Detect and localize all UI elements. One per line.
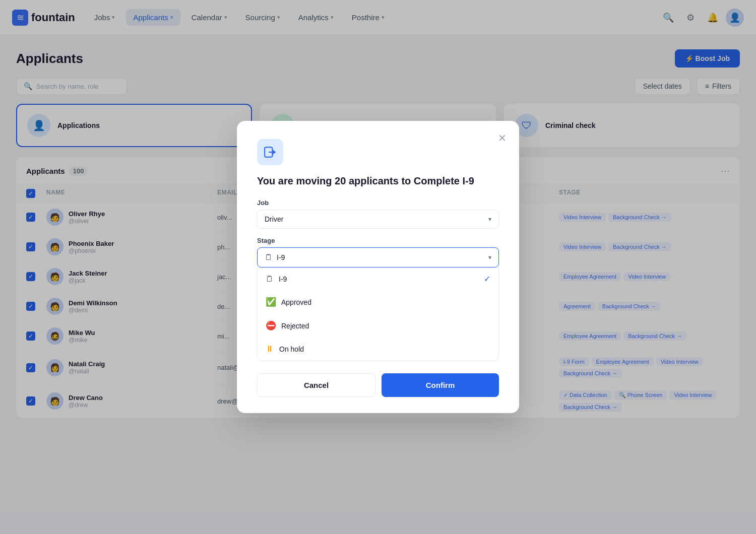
rejected-icon: ⛔	[266, 320, 276, 331]
modal-icon	[257, 139, 283, 165]
modal-close-button[interactable]: ✕	[494, 130, 510, 146]
dropdown-item-label: On hold	[279, 345, 304, 353]
stage-label: Stage	[257, 237, 499, 244]
approved-icon: ✅	[266, 297, 276, 307]
dropdown-item-label: I-9	[279, 275, 287, 283]
dropdown-item-on-hold[interactable]: ⏸ On hold	[258, 338, 498, 361]
stage-select-value: I-9	[277, 253, 285, 261]
chevron-down-icon: ▾	[488, 216, 491, 223]
dropdown-item-label: Rejected	[281, 322, 309, 330]
onhold-icon: ⏸	[266, 344, 274, 354]
modal-overlay[interactable]: ✕ You are moving 20 applicants to Comple…	[0, 0, 756, 534]
job-select[interactable]: Driver ▾	[257, 210, 499, 229]
selected-check-icon: ✓	[484, 274, 490, 284]
job-select-wrapper: Driver ▾	[257, 210, 499, 229]
stage-select[interactable]: 🗒 I-9 ▾	[257, 247, 499, 268]
modal-actions: Cancel Confirm	[257, 373, 499, 397]
modal-dialog: ✕ You are moving 20 applicants to Comple…	[237, 121, 519, 413]
stage-doc-icon: 🗒	[265, 253, 273, 262]
i9-doc-icon: 🗒	[266, 275, 274, 284]
cancel-button[interactable]: Cancel	[257, 373, 375, 397]
dropdown-item-i9[interactable]: 🗒 I-9 ✓	[258, 268, 498, 290]
confirm-button[interactable]: Confirm	[382, 373, 499, 397]
dropdown-item-label: Approved	[281, 298, 311, 306]
chevron-down-icon: ▾	[488, 254, 491, 261]
stage-dropdown-list: 🗒 I-9 ✓ ✅ Approved ⛔ Rejected ⏸	[257, 268, 499, 361]
dropdown-item-rejected[interactable]: ⛔ Rejected	[258, 314, 498, 338]
job-label: Job	[257, 199, 499, 207]
job-select-value: Driver	[265, 215, 283, 223]
modal-title: You are moving 20 applicants to Complete…	[257, 175, 499, 187]
dropdown-item-approved[interactable]: ✅ Approved	[258, 290, 498, 314]
